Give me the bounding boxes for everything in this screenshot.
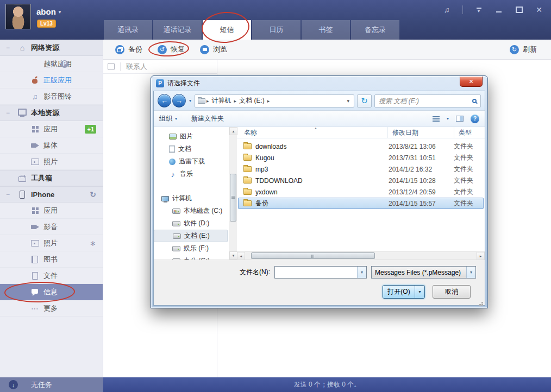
sidebar-item-local-photos[interactable]: 照片 <box>0 154 103 170</box>
nav-item-computer[interactable]: 计算机 <box>154 192 229 205</box>
maximize-button[interactable] <box>515 5 523 14</box>
select-all-checkbox[interactable] <box>108 63 115 70</box>
breadcrumb[interactable]: ▸ 计算机 ▸ 文档 (E:) ▸ ▾ <box>195 94 354 108</box>
music-icon[interactable]: ♫ <box>442 5 451 14</box>
sidebar-section-toolbox[interactable]: 工具箱 <box>0 170 103 186</box>
sidebar-item-more[interactable]: ⋯ 更多 <box>0 300 103 317</box>
filetype-select[interactable]: Messages Files (*.pMessage) ▾ <box>371 266 476 279</box>
nav-item-drive-g[interactable]: 办公 (G:) <box>154 255 229 260</box>
search-box[interactable] <box>374 94 481 108</box>
forward-button[interactable]: → <box>172 94 186 108</box>
sidebar-item-iphone-messages[interactable]: 信息 <box>0 284 103 300</box>
sidebar-item-iphone-media[interactable]: 影音 <box>0 219 103 235</box>
collapse-icon[interactable]: − <box>6 44 10 52</box>
nav-item-label: 娱乐 (F:) <box>184 244 209 253</box>
chevron-down-icon[interactable]: ▾ <box>447 116 449 121</box>
file-rows: downloads 2013/8/21 13:06 文件夹 Kugou 2013… <box>237 138 485 251</box>
scroll-left-icon[interactable]: ◂ <box>237 252 245 260</box>
search-input[interactable] <box>379 97 472 105</box>
level-badge: Lv13 <box>37 20 56 28</box>
scroll-down-icon[interactable]: ▾ <box>229 251 237 260</box>
menu-icon[interactable]: ▼ <box>474 5 483 14</box>
refresh-button[interactable]: ↻ 刷新 <box>510 45 537 54</box>
sidebar-item-iphone-photos[interactable]: 照片 ∗ <box>0 235 103 251</box>
sidebar-item-jailbreak-apps[interactable]: P 越狱应用 <box>0 56 103 72</box>
nav-item-thunder-downloads[interactable]: 迅雷下载 <box>154 155 229 168</box>
new-folder-button[interactable]: 新建文件夹 <box>191 114 224 123</box>
sidebar-item-iphone-apps[interactable]: 应用 <box>0 203 103 219</box>
scroll-up-icon[interactable]: ▴ <box>229 127 237 135</box>
nav-item-music[interactable]: ♪ 音乐 <box>154 168 229 180</box>
open-split-arrow-icon[interactable]: ▾ <box>415 286 424 298</box>
minimize-button[interactable] <box>494 5 503 14</box>
backup-button[interactable]: 备份 <box>115 45 142 54</box>
tab-sms[interactable]: 短信 <box>203 20 251 40</box>
nav-item-drive-c[interactable]: 本地磁盘 (C:) <box>154 205 229 217</box>
file-icon <box>30 271 39 280</box>
collapse-icon[interactable]: − <box>6 109 10 117</box>
history-chevron-icon[interactable]: ▾ <box>189 98 191 103</box>
sidebar-section-network[interactable]: − ⌂ 网络资源 <box>0 40 103 56</box>
tab-bookmarks[interactable]: 书签 <box>302 20 350 40</box>
vertical-scrollbar[interactable]: ▴ ▾ <box>229 127 237 260</box>
refresh-address-button[interactable]: ↻ <box>357 94 372 108</box>
close-button[interactable]: ✕ <box>535 5 543 14</box>
sidebar-item-iphone-files[interactable]: 文件 <box>0 268 103 284</box>
view-list-icon[interactable] <box>433 116 440 122</box>
tab-call-log[interactable]: 通话记录 <box>153 20 202 40</box>
file-row-downloads[interactable]: downloads 2013/8/21 13:06 文件夹 <box>238 141 484 152</box>
preview-pane-icon[interactable] <box>456 116 464 122</box>
avatar[interactable] <box>5 4 31 29</box>
file-row-backup-selected[interactable]: 备份 2014/1/15 15:57 文件夹 <box>238 198 484 209</box>
tab-contacts[interactable]: 通讯录 <box>104 20 152 40</box>
sidebar-item-local-apps[interactable]: 应用 +1 <box>0 121 103 137</box>
file-row-yxdown[interactable]: yxdown 2013/12/4 20:59 文件夹 <box>238 186 484 198</box>
nav-item-documents[interactable]: 文档 <box>154 143 229 155</box>
horizontal-scrollbar[interactable]: ◂ ▸ <box>237 251 485 260</box>
file-row-tddownload[interactable]: TDDOWNLOAD 2014/1/15 10:28 文件夹 <box>238 175 484 186</box>
nav-item-pictures[interactable]: 图片 <box>154 130 229 143</box>
file-row-kugou[interactable]: Kugou 2013/7/31 10:51 文件夹 <box>238 152 484 163</box>
cancel-button[interactable]: 取消 <box>433 285 471 299</box>
sidebar-item-media-ringtones[interactable]: ♫ 影音图铃 <box>0 88 103 105</box>
restore-button[interactable]: ↺ 恢复 <box>158 45 185 54</box>
nav-item-drive-e[interactable]: 文档 (E:) <box>154 230 228 242</box>
resize-grip[interactable] <box>481 302 483 304</box>
sidebar-section-local[interactable]: − 本地资源 <box>0 105 103 121</box>
file-row-mp3[interactable]: mp3 2014/1/2 16:32 文件夹 <box>238 163 484 175</box>
nav-item-drive-d[interactable]: 软件 (D:) <box>154 217 229 230</box>
sidebar-item-local-media[interactable]: 媒体 <box>0 137 103 154</box>
combo-dropdown-icon[interactable]: ▾ <box>466 267 475 278</box>
breadcrumb-dropdown-icon[interactable]: ▾ <box>345 98 351 104</box>
open-button[interactable]: 打开(O) ▾ <box>383 285 425 299</box>
column-header-name[interactable]: 名称 <box>237 127 388 138</box>
scrollbar-thumb[interactable] <box>251 252 375 259</box>
user-menu[interactable]: abon ▾ <box>36 7 61 16</box>
dialog-close-button[interactable]: ✕ <box>460 77 483 87</box>
filename-combo[interactable]: ▾ <box>274 266 367 279</box>
column-header-type[interactable]: 类型 <box>454 127 485 138</box>
breadcrumb-drive-e[interactable]: 文档 (E:) <box>236 96 267 105</box>
sidebar-section-iphone[interactable]: − iPhone ↻ <box>0 186 103 203</box>
nav-item-drive-f[interactable]: 娱乐 (F:) <box>154 242 229 255</box>
combo-dropdown-icon[interactable]: ▾ <box>357 267 366 278</box>
tab-calendar[interactable]: 日历 <box>252 20 300 40</box>
scrollbar-thumb[interactable] <box>230 174 236 222</box>
organize-button[interactable]: 组织 ▾ <box>159 114 177 123</box>
download-icon[interactable]: ↓ <box>9 380 18 389</box>
help-icon[interactable]: ? <box>471 115 479 123</box>
browse-button[interactable]: 浏览 <box>200 45 227 54</box>
collapse-icon[interactable]: − <box>6 191 10 198</box>
column-header-date[interactable]: 修改日期 <box>388 127 454 138</box>
sync-icon[interactable]: ↻ <box>90 190 96 199</box>
scroll-right-icon[interactable]: ▸ <box>477 252 485 260</box>
filename-input[interactable] <box>275 267 357 278</box>
breadcrumb-computer[interactable]: 计算机 <box>209 96 234 105</box>
dialog-titlebar[interactable]: P 请选择文件 <box>151 76 487 91</box>
file-list-header: ▲ 名称 修改日期 类型 <box>237 127 485 138</box>
sidebar-item-genuine-apps[interactable]: 正版应用 <box>0 72 103 88</box>
tab-memos[interactable]: 备忘录 <box>351 20 399 40</box>
sidebar-item-iphone-books[interactable]: 图书 <box>0 251 103 268</box>
back-button[interactable]: ← <box>158 94 171 108</box>
open-button-label[interactable]: 打开(O) <box>383 286 415 298</box>
